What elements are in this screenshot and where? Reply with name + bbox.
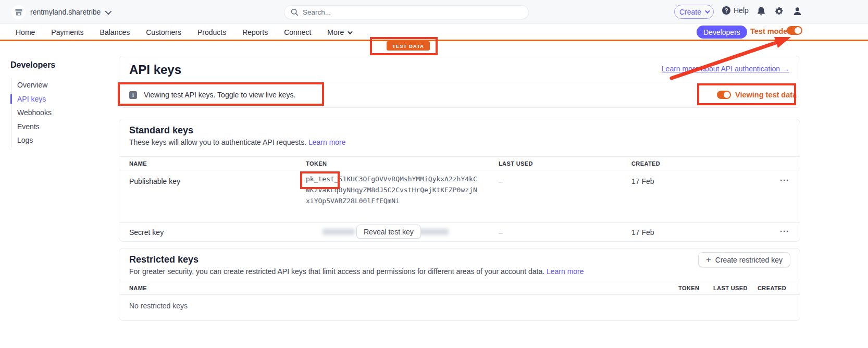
token-line: xiYOp5VARZ28L00lFfEQmNi <box>306 195 477 206</box>
overflow-menu-icon[interactable]: ··· <box>777 227 792 235</box>
overflow-menu-icon[interactable]: ··· <box>777 176 792 184</box>
column-header-created: CREATED <box>758 285 786 291</box>
search-input[interactable]: Search... <box>284 5 529 19</box>
sidebar-nav: Overview API keys Webhooks Events Logs <box>11 78 94 147</box>
sidebar-item-api-keys[interactable]: API keys <box>11 92 94 106</box>
column-header-token: TOKEN <box>306 160 327 167</box>
learn-api-authentication-link[interactable]: Learn more about API authentication → <box>662 65 789 73</box>
nav-item-reports[interactable]: Reports <box>242 28 268 36</box>
create-button-label: Create <box>679 8 701 16</box>
help-button[interactable]: ? Help <box>722 6 749 15</box>
column-header-name: NAME <box>129 285 147 291</box>
redacted-token-blur <box>417 229 449 235</box>
storefront-icon <box>11 5 26 19</box>
create-restricted-key-button[interactable]: + Create restricted key <box>698 252 790 267</box>
main-nav: Home Payments Balances Customers Product… <box>0 24 868 41</box>
chevron-down-icon <box>105 8 112 15</box>
nav-item-products[interactable]: Products <box>197 28 226 36</box>
publishable-key-token: pk_test_51KUC3OFgOVVvRQMshYMMiQykxA2zhY4… <box>306 173 477 206</box>
standard-keys-card: Standard keys These keys will allow you … <box>119 119 800 242</box>
column-header-created: CREATED <box>631 160 660 167</box>
nav-item-payments[interactable]: Payments <box>51 28 83 36</box>
test-keys-banner: i Viewing test API keys. Toggle to view … <box>129 82 800 108</box>
reveal-test-key-button[interactable]: Reveal test key <box>356 225 421 239</box>
restricted-keys-subtitle-text: For greater security, you can create res… <box>129 267 544 276</box>
empty-state-text: No restricted keys <box>129 302 188 310</box>
user-avatar-icon[interactable] <box>792 6 802 16</box>
banner-text: Viewing test API keys. Toggle to view li… <box>144 91 295 99</box>
viewing-test-data-label: Viewing test data <box>735 91 797 99</box>
token-line: pk_test_51KUC3OFgOVVvRQMshYMMiQykxA2zhY4… <box>306 173 477 184</box>
notifications-bell-icon[interactable] <box>756 6 766 16</box>
restricted-keys-table-header: NAME TOKEN LAST USED CREATED <box>119 281 800 295</box>
column-header-token: TOKEN <box>678 285 699 291</box>
sidebar-item-overview[interactable]: Overview <box>11 78 94 92</box>
restricted-keys-title: Restricted keys <box>129 254 199 265</box>
nav-item-home[interactable]: Home <box>16 28 35 36</box>
chevron-down-icon <box>348 29 353 34</box>
nav-item-more[interactable]: More <box>327 28 351 36</box>
question-circle-icon: ? <box>722 6 731 15</box>
sidebar-heading: Developers <box>10 60 55 70</box>
page-header-card: API keys Learn more about API authentica… <box>119 56 800 108</box>
nav-item-customers[interactable]: Customers <box>146 28 181 36</box>
standard-keys-subtitle-text: These keys will allow you to authenticat… <box>129 138 306 146</box>
standard-keys-title: Standard keys <box>129 125 193 136</box>
sidebar-item-events[interactable]: Events <box>11 120 94 134</box>
svg-text:?: ? <box>725 7 728 14</box>
create-restricted-key-label: Create restricted key <box>715 256 783 264</box>
info-icon: i <box>129 91 137 99</box>
developers-button[interactable]: Developers <box>697 26 747 39</box>
nav-item-connect[interactable]: Connect <box>284 28 311 36</box>
token-line: WKzVakLqOyNHqyZM8dJ5C2CvstHrQejKtKEZP0wz… <box>306 184 477 195</box>
column-header-name: NAME <box>129 160 147 167</box>
divider <box>119 222 800 223</box>
column-header-last-used: LAST USED <box>499 160 533 167</box>
nav-item-balances[interactable]: Balances <box>100 28 130 36</box>
settings-gear-icon[interactable] <box>774 6 784 16</box>
standard-keys-learn-more-link[interactable]: Learn more <box>308 138 346 146</box>
key-name: Publishable key <box>129 177 180 185</box>
created-value: 17 Feb <box>631 228 654 237</box>
stripe-dashboard: rentmyland.sharetribe Search... Create ?… <box>0 0 868 348</box>
search-icon <box>291 8 299 16</box>
standard-keys-subtitle: These keys will allow you to authenticat… <box>129 138 346 146</box>
page-title: API keys <box>129 63 181 77</box>
standard-keys-table-header: NAME TOKEN LAST USED CREATED <box>119 156 800 170</box>
account-name: rentmyland.sharetribe <box>30 8 101 16</box>
chevron-down-icon <box>705 8 710 14</box>
restricted-keys-learn-more-link[interactable]: Learn more <box>547 267 584 276</box>
create-button[interactable]: Create <box>674 5 714 19</box>
nav-more-label: More <box>327 28 344 36</box>
test-mode-toggle[interactable] <box>787 26 802 35</box>
sidebar-item-webhooks[interactable]: Webhooks <box>11 106 94 120</box>
created-value: 17 Feb <box>631 177 654 185</box>
help-label: Help <box>734 6 749 15</box>
restricted-keys-card: Restricted keys For greater security, yo… <box>119 248 800 321</box>
top-bar: rentmyland.sharetribe Search... Create ?… <box>0 0 868 24</box>
test-data-badge: TEST DATA <box>387 41 430 51</box>
account-switcher[interactable]: rentmyland.sharetribe <box>11 4 110 20</box>
key-name: Secret key <box>129 228 164 237</box>
column-header-last-used: LAST USED <box>713 285 748 291</box>
test-mode-stripe <box>0 40 868 41</box>
redacted-token-blur <box>323 229 355 235</box>
restricted-keys-subtitle: For greater security, you can create res… <box>129 267 584 276</box>
plus-icon: + <box>706 255 711 264</box>
sidebar-item-logs[interactable]: Logs <box>11 133 94 147</box>
test-mode-label: Test mode <box>750 27 787 35</box>
viewing-test-data-toggle[interactable] <box>717 91 731 99</box>
search-placeholder: Search... <box>303 8 331 16</box>
last-used-value: – <box>499 177 503 185</box>
last-used-value: – <box>499 228 503 237</box>
